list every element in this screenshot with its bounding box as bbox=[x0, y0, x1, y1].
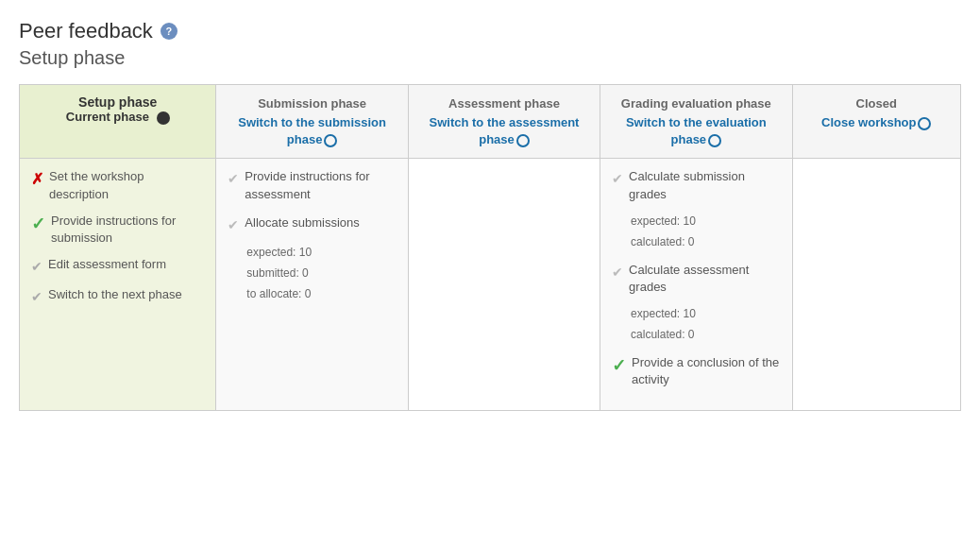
half-icon-1: ✔ bbox=[31, 258, 42, 277]
assessment-circle-icon bbox=[516, 134, 530, 147]
page-title: Peer feedback bbox=[19, 19, 153, 43]
setup-phase-body: ✗ Set the workshop description ✓ Provide… bbox=[20, 159, 216, 410]
task-calc-assessment-grades-text: Calculate assessment grades bbox=[629, 262, 780, 296]
current-phase-label: Current phase bbox=[31, 110, 204, 125]
task-switch-next-phase-text: Switch to the next phase bbox=[48, 286, 204, 303]
switch-to-grading-link[interactable]: Switch to the evaluation phase bbox=[612, 114, 780, 148]
half-icon-3: ✔ bbox=[228, 170, 239, 189]
task-edit-assessment-form: ✔ Edit assessment form bbox=[31, 256, 204, 277]
task-provide-instructions-text: Provide instructions for submission bbox=[51, 213, 204, 247]
task-provide-instructions-submission: ✓ Provide instructions for submission bbox=[31, 213, 204, 247]
submission-circle-icon bbox=[324, 134, 337, 147]
assessment-phase-header: Assessment phase Switch to the assessmen… bbox=[408, 85, 600, 159]
grading-phase-header: Grading evaluation phase Switch to the e… bbox=[600, 85, 792, 159]
task-group-conclusion: ✓ Provide a conclusion of the activity bbox=[612, 354, 780, 388]
task-allocate-submissions: ✔ Allocate submissions bbox=[228, 214, 396, 235]
calc-sub-calculated: calculated: 0 bbox=[631, 233, 780, 250]
calc-sub-expected: expected: 10 bbox=[631, 213, 780, 230]
current-indicator bbox=[157, 111, 170, 125]
calc-assess-expected: expected: 10 bbox=[631, 305, 780, 322]
task-calc-submission-grades-text: Calculate submission grades bbox=[629, 168, 780, 202]
task-provide-instructions-assessment-text: Provide instructions for assessment bbox=[245, 168, 396, 202]
task-group-calc-assessment: ✔ Calculate assessment grades expected: … bbox=[612, 262, 780, 343]
check-icon: ✓ bbox=[31, 213, 45, 236]
task-provide-conclusion-text: Provide a conclusion of the activity bbox=[632, 354, 780, 388]
half-icon-2: ✔ bbox=[31, 288, 42, 307]
phase-table: Setup phase Current phase Submission pha… bbox=[19, 84, 961, 411]
closed-circle-icon bbox=[918, 117, 931, 130]
grading-circle-icon bbox=[708, 134, 721, 147]
switch-to-submission-link[interactable]: Switch to the submission phase bbox=[228, 114, 396, 148]
help-icon[interactable]: ? bbox=[161, 23, 177, 40]
task-workshop-description: ✗ Set the workshop description bbox=[31, 168, 204, 202]
allocate-expected: expected: 10 bbox=[246, 244, 396, 261]
page-subtitle: Setup phase bbox=[19, 47, 961, 69]
allocate-to-allocate: to allocate: 0 bbox=[246, 285, 396, 302]
submission-phase-subtitle: Submission phase bbox=[228, 96, 396, 111]
check-icon-2: ✓ bbox=[612, 354, 626, 378]
task-calc-submission-grades: ✔ Calculate submission grades bbox=[612, 168, 780, 202]
task-switch-next-phase: ✔ Switch to the next phase bbox=[31, 286, 204, 307]
page-header: Peer feedback ? Setup phase bbox=[19, 19, 961, 69]
task-group-provide-instructions: ✔ Provide instructions for assessment bbox=[228, 168, 396, 202]
grading-phase-subtitle: Grading evaluation phase bbox=[612, 96, 780, 111]
calc-assess-calculated: calculated: 0 bbox=[631, 326, 780, 343]
grading-phase-body: ✔ Calculate submission grades expected: … bbox=[600, 159, 792, 410]
task-calc-assessment-grades: ✔ Calculate assessment grades bbox=[612, 262, 780, 296]
allocate-submitted: submitted: 0 bbox=[246, 265, 396, 282]
half-icon-4: ✔ bbox=[228, 216, 239, 235]
task-group-allocate: ✔ Allocate submissions expected: 10 subm… bbox=[228, 214, 396, 303]
assessment-phase-subtitle: Assessment phase bbox=[420, 96, 588, 111]
half-icon-5: ✔ bbox=[612, 170, 623, 189]
task-group-calc-submission: ✔ Calculate submission grades expected: … bbox=[612, 168, 780, 249]
switch-to-assessment-link[interactable]: Switch to the assessment phase bbox=[420, 114, 588, 148]
task-workshop-description-text: Set the workshop description bbox=[49, 168, 204, 202]
task-provide-conclusion: ✓ Provide a conclusion of the activity bbox=[612, 354, 780, 388]
half-icon-6: ✔ bbox=[612, 264, 623, 282]
closed-phase-body bbox=[792, 159, 960, 410]
close-workshop-link[interactable]: Close workshop bbox=[804, 114, 949, 131]
assessment-phase-body bbox=[408, 159, 600, 410]
setup-phase-header: Setup phase Current phase bbox=[20, 85, 216, 159]
submission-phase-body: ✔ Provide instructions for assessment ✔ … bbox=[216, 159, 408, 410]
x-icon: ✗ bbox=[31, 169, 43, 190]
closed-phase-header: Closed Close workshop bbox=[792, 85, 960, 159]
setup-phase-title: Setup phase bbox=[31, 94, 204, 110]
submission-phase-header: Submission phase Switch to the submissio… bbox=[216, 85, 408, 159]
task-provide-instructions-assessment: ✔ Provide instructions for assessment bbox=[228, 168, 396, 202]
closed-phase-subtitle: Closed bbox=[804, 96, 949, 111]
task-allocate-submissions-text: Allocate submissions bbox=[245, 214, 396, 231]
task-edit-assessment-form-text: Edit assessment form bbox=[48, 256, 204, 273]
